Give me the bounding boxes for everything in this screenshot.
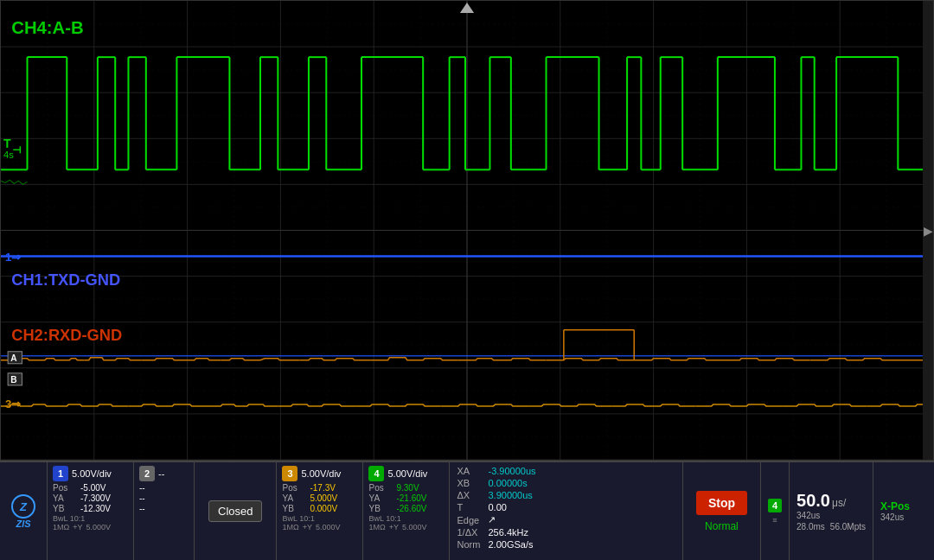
closed-section: Closed [195,462,277,560]
svg-text:4s: 4s [3,150,14,160]
svg-text:CH1:TXD-GND: CH1:TXD-GND [11,271,120,289]
ch4-badge: 4 [368,466,384,481]
scroll-edge[interactable]: ▶ [923,1,933,460]
timebase-mpts: 56.0Mpts [830,522,866,531]
dx-label: ΔX [457,490,483,500]
ch3-pos-value: -17.3V [310,483,335,493]
timebase-mem: 28.0ms [796,522,825,531]
ch1-ya-label: YA [53,493,77,503]
measurement-panel: XA -3.90000us XB 0.00000s ΔX 3.90000us T… [450,462,682,560]
ch1-arrow: +Y [73,523,82,531]
ch4-icon-sub: ≡ [772,516,777,525]
svg-text:CH2:RXD-GND: CH2:RXD-GND [11,327,122,344]
t-label: T [457,502,483,512]
ch4-icon: 4 [768,499,782,512]
waveform-area: 1⇒ T 4s 3⇒ A B CH4:A-B CH1:TXD-GND CH2:R… [0,0,934,461]
xpos-value: 342us [880,512,927,522]
ch3-info: 3 5.00V/div Pos -17.3V YA 5.000V YB 0.00… [277,462,363,560]
ch4-ya-label: YA [368,493,393,503]
xa-label: XA [457,466,483,476]
xb-value: 0.00000s [488,478,548,488]
norm-label: Norm [457,539,483,550]
ch1-yb-value: -12.30V [80,504,111,513]
ch1-extra: 5.000V [86,523,112,531]
ch3-div: 5.00V/div [301,468,341,479]
ch2-badge: 2 [139,466,155,481]
ch1-badge: 1 [53,466,68,481]
ch3-ya-value: 5.000V [310,493,337,503]
logo-icon: Z [11,494,35,519]
ch3-mohm: 1MΩ [282,523,298,531]
ch2-pos: -- [139,483,145,493]
status-bar: Z ZlS 1 5.00V/div Pos -5.00V YA -7.300V … [0,461,934,560]
ch4-ya-value: -21.60V [396,493,426,503]
ch4-mohm: 1MΩ [368,523,385,531]
ch2-ya: -- [139,493,145,503]
xpos-panel: X-Pos 342us [873,462,934,560]
ch1-info: 1 5.00V/div Pos -5.00V YA -7.300V YB -12… [48,462,134,560]
norm-value: 2.00GSa/s [488,539,548,550]
ch4-arrow: +Y [389,523,399,531]
xb-label: XB [457,478,483,488]
xpos-label: X-Pos [880,500,927,512]
timebase-unit: μs/ [832,497,846,509]
edge-label: Edge [457,515,483,525]
ch4-div: 5.00V/div [387,468,427,479]
waveform-svg: 1⇒ T 4s 3⇒ A B CH4:A-B CH1:TXD-GND CH2:R… [1,1,933,460]
dx-value: 3.90000us [488,490,548,500]
ch3-badge: 3 [282,466,297,481]
svg-rect-24 [1,1,933,460]
ch4-info: 4 5.00V/div Pos 9.30V YA -21.60V YB -26.… [363,462,450,560]
oscilloscope: 1⇒ T 4s 3⇒ A B CH4:A-B CH1:TXD-GND CH2:R… [0,0,934,560]
normal-label: Normal [705,520,739,532]
stop-button[interactable]: Stop [696,491,747,515]
logo-text: ZlS [16,519,30,529]
ch3-extra: 5.000V [316,523,341,531]
edge-symbol: ↗ [488,514,548,525]
ch1-ya-value: -7.300V [80,493,111,503]
ch1-yb-label: YB [53,504,77,513]
svg-text:A: A [10,353,17,363]
ch4-pos-value: 9.30V [396,483,419,493]
ch1-bwl: BwL 10:1 [53,514,85,523]
ch1-pos-value: -5.00V [80,483,106,493]
ch2-yb: -- [139,504,145,513]
ch3-yb-value: 0.000V [310,504,337,513]
ch3-ya-label: YA [282,493,306,503]
timebase-sub: 342us [796,511,866,520]
svg-text:B: B [10,375,16,385]
ch1-mohm: 1MΩ [53,523,69,531]
ch4-extra: 5.000V [402,523,427,531]
ch4-bwl: BwL 10:1 [368,514,400,523]
svg-text:T: T [3,137,11,150]
ch3-bwl: BwL 10:1 [282,514,314,523]
ch4-yb-value: -26.60V [396,504,426,513]
svg-text:CH4:A-B: CH4:A-B [11,18,84,37]
svg-text:1⇒: 1⇒ [5,251,21,264]
closed-button[interactable]: Closed [208,500,262,522]
timebase-panel: 50.0 μs/ 342us 28.0ms 56.0Mpts [790,462,873,560]
ch1-pos-label: Pos [53,483,77,493]
t-value: 0.00 [488,502,548,512]
ch2-info: 2 -- -- -- -- [134,462,195,560]
xa-value: -3.90000us [488,466,548,476]
svg-text:3⇒: 3⇒ [5,398,21,410]
ch3-yb-label: YB [282,504,306,513]
ch4-pos-label: Pos [368,483,393,493]
control-panel: Stop Normal [683,462,761,560]
ch4-panel: 4 ≡ [761,462,790,560]
ch3-arrow: +Y [303,523,312,531]
ch4-yb-label: YB [368,504,393,513]
inv-dx-value: 256.4kHz [488,527,548,538]
ch1-div: 5.00V/div [72,468,112,479]
ch2-div: -- [158,468,164,479]
ch3-pos-label: Pos [282,483,306,493]
inv-dx-label: 1/ΔX [457,527,483,538]
timebase-value: 50.0 [796,491,830,511]
